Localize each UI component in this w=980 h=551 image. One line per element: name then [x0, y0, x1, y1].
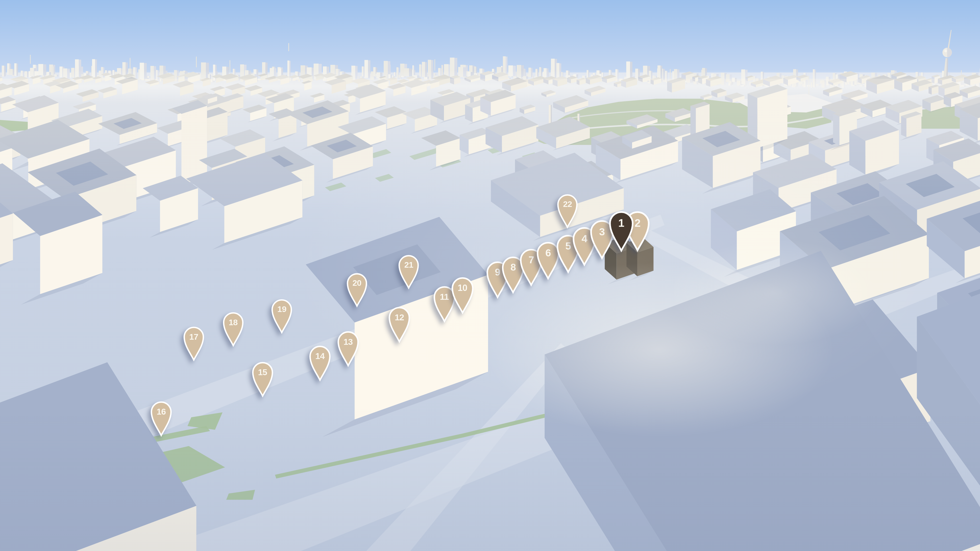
map-pin-icon	[150, 400, 173, 437]
map-pin-19[interactable]: 19	[270, 298, 294, 334]
map-pin-number: 10	[450, 283, 475, 293]
map-pin-18[interactable]: 18	[221, 311, 245, 347]
map-pin-17[interactable]: 17	[182, 326, 205, 362]
map-pins-layer: 1 2 3 4 5 6	[0, 0, 980, 551]
map-pin-21[interactable]: 21	[397, 254, 420, 289]
map-pin-number: 1	[607, 217, 635, 229]
map-pin-icon	[182, 326, 205, 362]
map-pin-icon	[251, 361, 274, 398]
map-pin-number: 19	[270, 304, 294, 314]
map-pin-15[interactable]: 15	[251, 361, 274, 398]
map-pin-number: 14	[308, 351, 332, 361]
map-pin-13[interactable]: 13	[336, 330, 360, 367]
map-pin-icon	[556, 193, 579, 229]
map-pin-16[interactable]: 16	[150, 400, 173, 437]
map-pin-14[interactable]: 14	[308, 345, 332, 382]
map-pin-number: 12	[387, 312, 412, 322]
map-pin-number: 18	[221, 318, 245, 327]
map-pin-number: 15	[251, 367, 274, 377]
map-pin-22[interactable]: 22	[556, 193, 579, 229]
map-pin-10[interactable]: 10	[450, 276, 475, 315]
map-pin-1[interactable]: 1	[607, 210, 635, 252]
map-pin-12[interactable]: 12	[387, 306, 412, 343]
map-pin-number: 21	[397, 260, 420, 270]
map-pin-icon	[387, 306, 412, 343]
map-pin-20[interactable]: 20	[345, 272, 369, 308]
map-pin-icon	[450, 276, 475, 315]
map-pin-number: 17	[182, 332, 205, 341]
map-pin-icon	[336, 330, 360, 367]
map-pin-icon	[345, 272, 369, 308]
map-pin-icon	[397, 254, 420, 289]
map-pin-icon	[270, 298, 294, 334]
map-pin-number: 22	[556, 200, 579, 209]
map-pin-number: 13	[336, 337, 360, 346]
map-pin-number: 16	[150, 407, 173, 416]
map-pin-icon	[308, 345, 332, 382]
city-map-3d: 1 2 3 4 5 6	[0, 0, 980, 551]
map-pin-number: 20	[345, 278, 369, 288]
map-pin-icon	[607, 210, 635, 252]
map-pin-icon	[221, 311, 245, 347]
